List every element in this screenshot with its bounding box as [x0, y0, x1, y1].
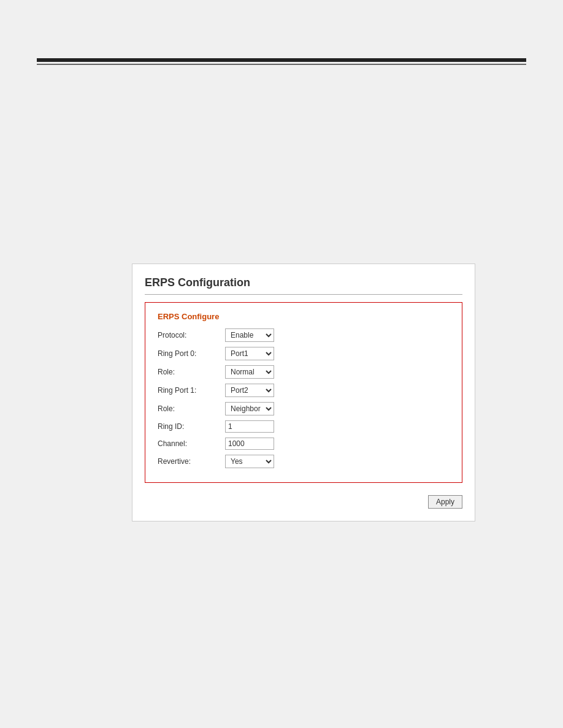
- protocol-row: Protocol: Enable Disable: [158, 328, 450, 342]
- top-bar-line: [37, 64, 526, 65]
- ring-port-1-row: Ring Port 1: Port1 Port2 Port3 Port4: [158, 384, 450, 397]
- channel-row: Channel:: [158, 438, 450, 450]
- top-bar: [37, 58, 526, 62]
- role-0-row: Role: Normal RPL Owner Neighbor: [158, 365, 450, 379]
- role-1-label: Role:: [158, 404, 225, 413]
- protocol-select[interactable]: Enable Disable: [225, 328, 274, 342]
- erps-configure-section: ERPS Configure Protocol: Enable Disable …: [145, 302, 462, 483]
- channel-input[interactable]: [225, 438, 274, 450]
- main-panel: ERPS Configuration ERPS Configure Protoc…: [132, 264, 475, 521]
- ring-id-input[interactable]: [225, 420, 274, 433]
- protocol-label: Protocol:: [158, 331, 225, 339]
- ring-port-0-label: Ring Port 0:: [158, 349, 225, 358]
- apply-button[interactable]: Apply: [428, 495, 462, 509]
- revertive-label: Revertive:: [158, 457, 225, 466]
- role-1-select[interactable]: Normal RPL Owner Neighbor: [225, 402, 274, 415]
- revertive-select[interactable]: Yes No: [225, 455, 274, 468]
- role-0-label: Role:: [158, 368, 225, 376]
- role-0-select[interactable]: Normal RPL Owner Neighbor: [225, 365, 274, 379]
- ring-port-0-row: Ring Port 0: Port1 Port2 Port3 Port4: [158, 347, 450, 360]
- role-1-row: Role: Normal RPL Owner Neighbor: [158, 402, 450, 415]
- ring-port-1-label: Ring Port 1:: [158, 386, 225, 395]
- section-header: ERPS Configure: [158, 312, 450, 321]
- channel-label: Channel:: [158, 439, 225, 448]
- ring-port-1-select[interactable]: Port1 Port2 Port3 Port4: [225, 384, 274, 397]
- apply-row: Apply: [145, 492, 462, 509]
- ring-port-0-select[interactable]: Port1 Port2 Port3 Port4: [225, 347, 274, 360]
- ring-id-label: Ring ID:: [158, 422, 225, 431]
- page-title: ERPS Configuration: [145, 276, 462, 295]
- revertive-row: Revertive: Yes No: [158, 455, 450, 468]
- ring-id-row: Ring ID:: [158, 420, 450, 433]
